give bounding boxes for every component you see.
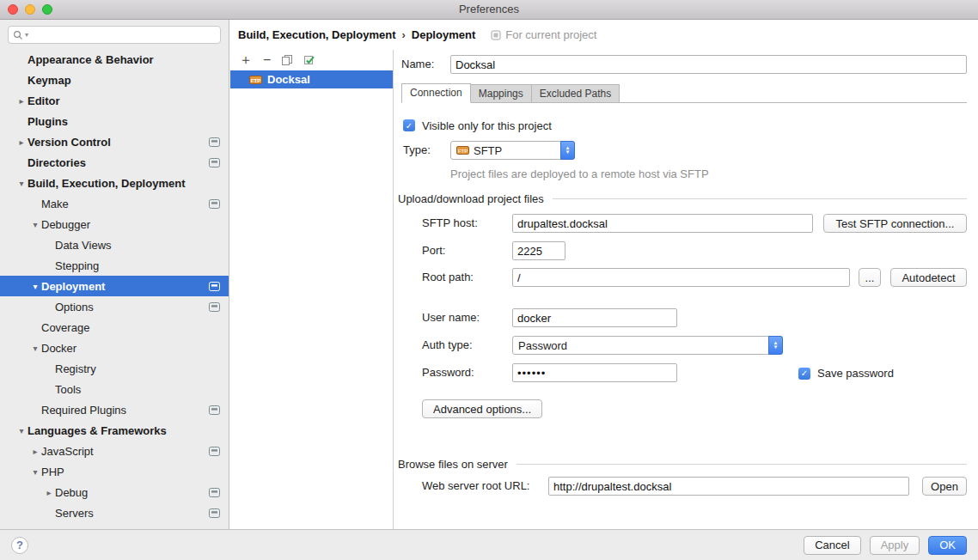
sidebar-item-debugger[interactable]: ▾Debugger [0,214,229,234]
type-label: Type: [403,143,431,156]
use-as-default-icon[interactable] [303,54,315,66]
footer-buttons: Cancel Apply OK [804,536,967,555]
expanded-arrow-icon[interactable]: ▾ [29,344,41,353]
save-password-checkbox[interactable]: ✓ [798,368,810,380]
svg-text:FTP: FTP [458,149,468,154]
sidebar-item-required-plugins[interactable]: Required Plugins [0,399,229,420]
collapsed-arrow-icon[interactable]: ▸ [15,96,28,106]
ok-button[interactable]: OK [928,536,967,555]
window-controls [8,4,52,15]
sidebar-item-javascript[interactable]: ▸JavaScript [0,441,229,461]
expanded-arrow-icon[interactable]: ▾ [15,426,28,435]
sidebar-item-keymap[interactable]: Keymap [0,70,229,90]
open-button[interactable]: Open [922,477,967,496]
sftp-host-row: SFTP host: Test SFTP connection... [394,214,978,234]
sidebar-item-docker[interactable]: ▾Docker [0,338,229,358]
sidebar-item-label: Coverage [41,321,89,334]
sidebar-item-label: Plugins [28,115,68,128]
auth-type-select[interactable]: Password ▲▼ [512,336,783,355]
password-input[interactable] [512,363,677,382]
upload-section-label: Upload/download project files [398,192,544,205]
help-button[interactable]: ? [11,537,28,554]
server-list-item-docksal[interactable]: FTP Docksal [230,70,393,88]
expanded-arrow-icon[interactable]: ▾ [15,179,28,188]
name-input[interactable] [450,55,967,74]
sidebar-item-options[interactable]: Options [0,296,229,317]
advanced-options-button[interactable]: Advanced options... [422,399,542,418]
save-password-label: Save password [817,367,894,380]
user-name-label: User name: [422,311,480,324]
server-list-panel: ＋ − FTP Docksal [230,50,394,529]
scope-indicator: For current project [491,28,596,41]
cancel-button[interactable]: Cancel [804,536,860,555]
sidebar-item-debug[interactable]: ▸Debug [0,482,229,502]
sidebar-item-appearance-behavior[interactable]: Appearance & Behavior [0,49,229,70]
save-password-row: ✓ Save password [798,367,894,380]
window-title: Preferences [459,3,519,15]
tab-mappings[interactable]: Mappings [470,84,532,102]
browse-root-path-button[interactable]: ... [859,268,881,287]
sidebar-item-editor[interactable]: ▸Editor [0,90,229,111]
scope-label: For current project [505,28,596,41]
per-project-icon [209,158,220,167]
sidebar-item-tools[interactable]: Tools [0,379,229,399]
auth-type-selected-value: Password [518,339,567,352]
expanded-arrow-icon[interactable]: ▾ [29,220,41,229]
password-row: Password: ✓ Save password [394,363,978,384]
sidebar-item-languages-frameworks[interactable]: ▾Languages & Frameworks [0,420,229,441]
sidebar-item-registry[interactable]: Registry [0,358,229,379]
expanded-arrow-icon[interactable]: ▾ [29,467,41,477]
sidebar-item-label: Debug [55,486,88,499]
dropdown-stepper-icon[interactable]: ▲▼ [768,336,783,355]
sidebar-item-make[interactable]: Make [0,193,229,214]
collapsed-arrow-icon[interactable]: ▸ [43,488,55,497]
sidebar-item-build-execution-deployment[interactable]: ▾Build, Execution, Deployment [0,173,229,193]
test-sftp-connection-button[interactable]: Test SFTP connection... [823,214,967,233]
sidebar-item-stepping[interactable]: Stepping [0,255,229,276]
search-history-arrow-icon[interactable]: ▾ [25,31,28,39]
sidebar-item-servers[interactable]: Servers [0,502,229,523]
sidebar-item-plugins[interactable]: Plugins [0,111,229,131]
browse-section-header: Browse files on server [394,453,978,474]
add-server-button[interactable]: ＋ [239,54,253,66]
close-window-button[interactable] [8,4,18,15]
copy-server-icon[interactable] [281,54,293,66]
sidebar-item-version-control[interactable]: ▸Version Control [0,131,229,152]
sftp-host-label: SFTP host: [422,216,478,229]
sftp-host-input[interactable] [512,214,813,233]
collapsed-arrow-icon[interactable]: ▸ [29,447,41,456]
user-name-input[interactable] [512,308,677,327]
sidebar-item-directories[interactable]: Directories [0,152,229,173]
remove-server-button[interactable]: − [263,54,271,66]
zoom-window-button[interactable] [42,4,52,15]
per-project-icon [209,447,220,456]
sidebar-item-php[interactable]: ▾PHP [0,461,229,482]
apply-button[interactable]: Apply [870,536,920,555]
port-input[interactable] [512,241,565,260]
minimize-window-button[interactable] [25,4,35,15]
visible-project-checkbox[interactable]: ✓ [403,119,415,131]
server-name: Docksal [267,73,310,86]
sidebar-item-coverage[interactable]: Coverage [0,317,229,338]
tab-connection[interactable]: Connection [401,83,471,103]
sftp-server-icon: FTP [249,75,262,85]
dropdown-stepper-icon[interactable]: ▲▼ [560,141,575,160]
web-root-input[interactable] [548,477,909,496]
root-path-input[interactable] [512,268,850,287]
breadcrumb-parent[interactable]: Build, Execution, Deployment [238,28,395,41]
sidebar-item-label: Deployment [41,280,105,293]
sidebar-item-label: Version Control [28,136,111,149]
sidebar-item-label: Servers [55,507,94,520]
server-settings-tabs: Connection Mappings Excluded Paths [401,84,967,103]
sidebar-item-data-views[interactable]: Data Views [0,234,229,255]
sidebar-item-deployment[interactable]: ▾Deployment [0,276,229,296]
autodetect-button[interactable]: Autodetect [890,268,967,287]
expanded-arrow-icon[interactable]: ▾ [29,282,41,291]
collapsed-arrow-icon[interactable]: ▸ [15,137,28,147]
sidebar-item-label: Required Plugins [41,404,126,417]
upload-section-header: Upload/download project files [394,188,978,209]
type-select[interactable]: FTP SFTP ▲▼ [450,141,575,160]
settings-search[interactable]: ▾ [8,26,221,44]
tab-excluded-paths[interactable]: Excluded Paths [531,84,620,102]
search-input[interactable] [30,29,216,41]
